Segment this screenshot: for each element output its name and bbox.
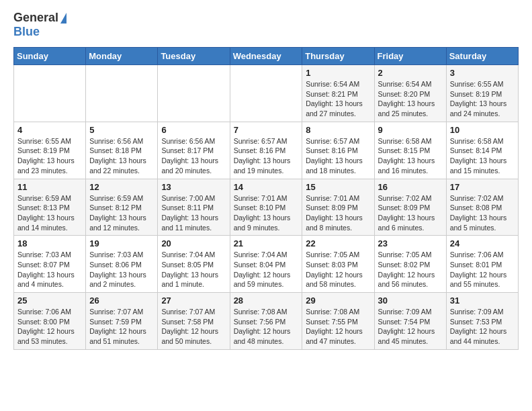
- day-info: Sunrise: 7:03 AM Sunset: 8:06 PM Dayligh…: [89, 250, 154, 289]
- day-number: 8: [306, 125, 370, 135]
- calendar-cell: 23Sunrise: 7:05 AM Sunset: 8:02 PM Dayli…: [374, 236, 446, 293]
- calendar-cell: 26Sunrise: 7:07 AM Sunset: 7:59 PM Dayli…: [86, 293, 158, 350]
- day-number: 31: [450, 295, 515, 306]
- calendar-cell: 5Sunrise: 6:56 AM Sunset: 8:18 PM Daylig…: [86, 122, 158, 179]
- day-info: Sunrise: 7:07 AM Sunset: 7:59 PM Dayligh…: [89, 307, 154, 347]
- calendar-cell: 14Sunrise: 7:01 AM Sunset: 8:10 PM Dayli…: [230, 179, 302, 236]
- day-number: 28: [234, 295, 299, 306]
- day-info: Sunrise: 7:09 AM Sunset: 7:53 PM Dayligh…: [450, 307, 515, 347]
- calendar-cell: 30Sunrise: 7:09 AM Sunset: 7:54 PM Dayli…: [374, 293, 446, 350]
- day-info: Sunrise: 7:04 AM Sunset: 8:05 PM Dayligh…: [161, 250, 226, 289]
- calendar-cell: 28Sunrise: 7:08 AM Sunset: 7:56 PM Dayli…: [230, 293, 302, 350]
- day-number: 1: [306, 68, 370, 78]
- calendar-cell: 20Sunrise: 7:04 AM Sunset: 8:05 PM Dayli…: [158, 236, 230, 293]
- day-number: 12: [89, 182, 154, 192]
- calendar-cell: 10Sunrise: 6:58 AM Sunset: 8:14 PM Dayli…: [446, 122, 518, 179]
- day-number: 4: [17, 125, 82, 135]
- day-number: 11: [17, 182, 82, 192]
- calendar-cell: [158, 65, 230, 122]
- logo-blue-text: Blue: [13, 25, 40, 38]
- logo: General Blue: [13, 11, 66, 39]
- day-number: 23: [378, 238, 443, 248]
- calendar-cell: 2Sunrise: 6:54 AM Sunset: 8:20 PM Daylig…: [374, 65, 446, 122]
- calendar-cell: 11Sunrise: 6:59 AM Sunset: 8:13 PM Dayli…: [14, 179, 86, 236]
- day-number: 29: [306, 295, 370, 306]
- calendar-cell: 24Sunrise: 7:06 AM Sunset: 8:01 PM Dayli…: [446, 236, 518, 293]
- day-number: 9: [378, 125, 443, 135]
- day-info: Sunrise: 7:00 AM Sunset: 8:11 PM Dayligh…: [161, 193, 226, 233]
- calendar-cell: 25Sunrise: 7:06 AM Sunset: 8:00 PM Dayli…: [14, 293, 86, 350]
- calendar-week-row: 25Sunrise: 7:06 AM Sunset: 8:00 PM Dayli…: [14, 293, 519, 350]
- calendar-week-row: 18Sunrise: 7:03 AM Sunset: 8:07 PM Dayli…: [14, 236, 519, 293]
- day-number: 16: [378, 182, 443, 192]
- day-info: Sunrise: 7:01 AM Sunset: 8:09 PM Dayligh…: [306, 193, 370, 233]
- column-header-monday: Monday: [86, 48, 158, 65]
- column-header-friday: Friday: [374, 48, 446, 65]
- day-info: Sunrise: 7:08 AM Sunset: 7:55 PM Dayligh…: [306, 307, 370, 347]
- day-info: Sunrise: 7:05 AM Sunset: 8:03 PM Dayligh…: [306, 250, 370, 289]
- calendar-table: SundayMondayTuesdayWednesdayThursdayFrid…: [13, 47, 519, 350]
- calendar-cell: 16Sunrise: 7:02 AM Sunset: 8:09 PM Dayli…: [374, 179, 446, 236]
- day-info: Sunrise: 6:54 AM Sunset: 8:20 PM Dayligh…: [378, 79, 443, 119]
- day-number: 25: [17, 295, 82, 306]
- calendar-cell: 4Sunrise: 6:55 AM Sunset: 8:19 PM Daylig…: [14, 122, 86, 179]
- calendar-cell: 12Sunrise: 6:59 AM Sunset: 8:12 PM Dayli…: [86, 179, 158, 236]
- calendar-cell: 22Sunrise: 7:05 AM Sunset: 8:03 PM Dayli…: [302, 236, 374, 293]
- day-number: 10: [450, 125, 515, 135]
- column-header-sunday: Sunday: [14, 48, 86, 65]
- day-number: 2: [378, 68, 443, 78]
- day-number: 18: [17, 238, 82, 248]
- calendar-cell: 18Sunrise: 7:03 AM Sunset: 8:07 PM Dayli…: [14, 236, 86, 293]
- calendar-week-row: 1Sunrise: 6:54 AM Sunset: 8:21 PM Daylig…: [14, 65, 519, 122]
- day-info: Sunrise: 7:01 AM Sunset: 8:10 PM Dayligh…: [234, 193, 299, 233]
- calendar-cell: 9Sunrise: 6:58 AM Sunset: 8:15 PM Daylig…: [374, 122, 446, 179]
- column-header-wednesday: Wednesday: [230, 48, 302, 65]
- calendar-cell: 13Sunrise: 7:00 AM Sunset: 8:11 PM Dayli…: [158, 179, 230, 236]
- day-number: 7: [234, 125, 299, 135]
- day-number: 30: [378, 295, 443, 306]
- calendar-cell: 1Sunrise: 6:54 AM Sunset: 8:21 PM Daylig…: [302, 65, 374, 122]
- day-number: 19: [89, 238, 154, 248]
- day-info: Sunrise: 6:54 AM Sunset: 8:21 PM Dayligh…: [306, 79, 370, 119]
- column-header-tuesday: Tuesday: [158, 48, 230, 65]
- day-info: Sunrise: 7:06 AM Sunset: 8:01 PM Dayligh…: [450, 250, 515, 289]
- calendar-cell: 6Sunrise: 6:56 AM Sunset: 8:17 PM Daylig…: [158, 122, 230, 179]
- calendar-cell: 29Sunrise: 7:08 AM Sunset: 7:55 PM Dayli…: [302, 293, 374, 350]
- day-info: Sunrise: 7:02 AM Sunset: 8:09 PM Dayligh…: [378, 193, 443, 233]
- calendar-cell: 15Sunrise: 7:01 AM Sunset: 8:09 PM Dayli…: [302, 179, 374, 236]
- calendar-week-row: 11Sunrise: 6:59 AM Sunset: 8:13 PM Dayli…: [14, 179, 519, 236]
- day-info: Sunrise: 7:09 AM Sunset: 7:54 PM Dayligh…: [378, 307, 443, 347]
- day-info: Sunrise: 6:59 AM Sunset: 8:13 PM Dayligh…: [17, 193, 82, 233]
- day-info: Sunrise: 6:58 AM Sunset: 8:15 PM Dayligh…: [378, 136, 443, 176]
- day-info: Sunrise: 7:03 AM Sunset: 8:07 PM Dayligh…: [17, 250, 82, 289]
- day-info: Sunrise: 6:56 AM Sunset: 8:18 PM Dayligh…: [89, 136, 154, 176]
- day-info: Sunrise: 6:58 AM Sunset: 8:14 PM Dayligh…: [450, 136, 515, 176]
- day-info: Sunrise: 7:04 AM Sunset: 8:04 PM Dayligh…: [234, 250, 299, 289]
- day-number: 5: [89, 125, 154, 135]
- calendar-week-row: 4Sunrise: 6:55 AM Sunset: 8:19 PM Daylig…: [14, 122, 519, 179]
- day-number: 3: [450, 68, 515, 78]
- calendar-cell: [86, 65, 158, 122]
- day-info: Sunrise: 6:57 AM Sunset: 8:16 PM Dayligh…: [306, 136, 370, 176]
- day-number: 20: [161, 238, 226, 248]
- calendar-cell: 31Sunrise: 7:09 AM Sunset: 7:53 PM Dayli…: [446, 293, 518, 350]
- day-number: 14: [234, 182, 299, 192]
- calendar-cell: 19Sunrise: 7:03 AM Sunset: 8:06 PM Dayli…: [86, 236, 158, 293]
- day-number: 26: [89, 295, 154, 306]
- day-info: Sunrise: 7:07 AM Sunset: 7:58 PM Dayligh…: [161, 307, 226, 347]
- day-info: Sunrise: 6:55 AM Sunset: 8:19 PM Dayligh…: [17, 136, 82, 176]
- day-number: 17: [450, 182, 515, 192]
- column-header-thursday: Thursday: [302, 48, 374, 65]
- logo-general-text: General: [13, 11, 58, 25]
- calendar-cell: 21Sunrise: 7:04 AM Sunset: 8:04 PM Dayli…: [230, 236, 302, 293]
- day-number: 22: [306, 238, 370, 248]
- calendar-header-row: SundayMondayTuesdayWednesdayThursdayFrid…: [14, 48, 519, 65]
- day-info: Sunrise: 7:08 AM Sunset: 7:56 PM Dayligh…: [234, 307, 299, 347]
- day-number: 13: [161, 182, 226, 192]
- day-info: Sunrise: 7:06 AM Sunset: 8:00 PM Dayligh…: [17, 307, 82, 347]
- calendar-cell: 3Sunrise: 6:55 AM Sunset: 8:19 PM Daylig…: [446, 65, 518, 122]
- day-info: Sunrise: 7:05 AM Sunset: 8:02 PM Dayligh…: [378, 250, 443, 289]
- calendar-cell: 7Sunrise: 6:57 AM Sunset: 8:16 PM Daylig…: [230, 122, 302, 179]
- calendar-cell: 8Sunrise: 6:57 AM Sunset: 8:16 PM Daylig…: [302, 122, 374, 179]
- day-info: Sunrise: 6:59 AM Sunset: 8:12 PM Dayligh…: [89, 193, 154, 233]
